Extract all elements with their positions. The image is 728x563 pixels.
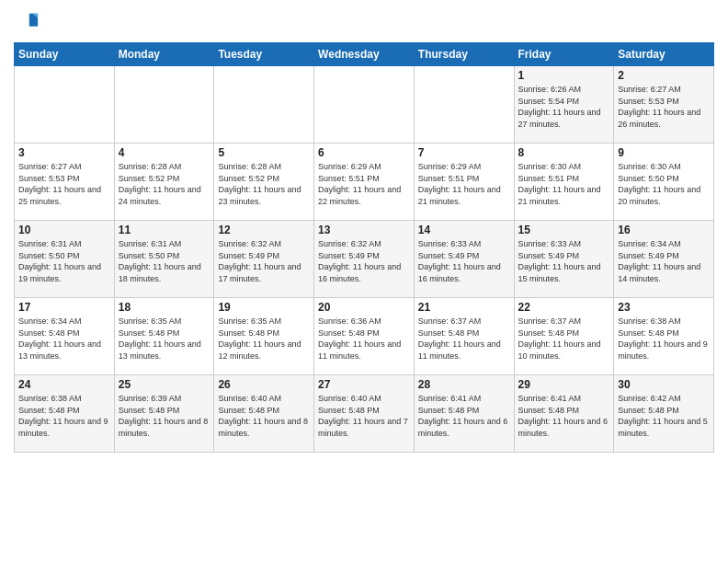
day-number: 17 xyxy=(18,301,110,314)
day-cell: 19Sunrise: 6:35 AM Sunset: 5:48 PM Dayli… xyxy=(214,298,314,375)
day-cell: 8Sunrise: 6:30 AM Sunset: 5:51 PM Daylig… xyxy=(514,144,614,221)
day-cell: 10Sunrise: 6:31 AM Sunset: 5:50 PM Dayli… xyxy=(15,221,115,298)
day-number: 24 xyxy=(18,378,110,391)
day-info: Sunrise: 6:31 AM Sunset: 5:50 PM Dayligh… xyxy=(18,238,110,284)
day-info: Sunrise: 6:38 AM Sunset: 5:48 PM Dayligh… xyxy=(618,316,710,362)
day-number: 2 xyxy=(618,69,710,82)
day-cell: 5Sunrise: 6:28 AM Sunset: 5:52 PM Daylig… xyxy=(214,144,314,221)
day-cell: 23Sunrise: 6:38 AM Sunset: 5:48 PM Dayli… xyxy=(614,298,714,375)
day-number: 8 xyxy=(518,146,610,159)
day-cell: 4Sunrise: 6:28 AM Sunset: 5:52 PM Daylig… xyxy=(114,144,214,221)
day-info: Sunrise: 6:28 AM Sunset: 5:52 PM Dayligh… xyxy=(119,161,210,207)
day-cell: 12Sunrise: 6:32 AM Sunset: 5:49 PM Dayli… xyxy=(214,221,314,298)
header-monday: Monday xyxy=(114,43,214,66)
day-number: 15 xyxy=(518,224,610,236)
day-cell xyxy=(214,66,314,144)
day-number: 28 xyxy=(418,378,510,391)
header-row: SundayMondayTuesdayWednesdayThursdayFrid… xyxy=(15,43,714,66)
day-cell: 20Sunrise: 6:36 AM Sunset: 5:48 PM Dayli… xyxy=(314,298,415,375)
day-cell: 7Sunrise: 6:29 AM Sunset: 5:51 PM Daylig… xyxy=(414,144,514,221)
week-row-4: 24Sunrise: 6:38 AM Sunset: 5:48 PM Dayli… xyxy=(15,375,714,453)
day-info: Sunrise: 6:29 AM Sunset: 5:51 PM Dayligh… xyxy=(318,161,410,207)
header-thursday: Thursday xyxy=(414,43,514,66)
day-info: Sunrise: 6:40 AM Sunset: 5:48 PM Dayligh… xyxy=(318,393,410,439)
day-cell xyxy=(114,66,214,144)
day-number: 26 xyxy=(218,378,310,391)
day-info: Sunrise: 6:37 AM Sunset: 5:48 PM Dayligh… xyxy=(418,316,510,362)
day-cell: 1Sunrise: 6:26 AM Sunset: 5:54 PM Daylig… xyxy=(514,66,614,144)
week-row-1: 3Sunrise: 6:27 AM Sunset: 5:53 PM Daylig… xyxy=(15,144,714,221)
day-number: 6 xyxy=(318,146,410,159)
day-cell: 21Sunrise: 6:37 AM Sunset: 5:48 PM Dayli… xyxy=(414,298,514,375)
day-number: 20 xyxy=(318,301,410,314)
day-cell: 29Sunrise: 6:41 AM Sunset: 5:48 PM Dayli… xyxy=(514,375,614,453)
day-info: Sunrise: 6:37 AM Sunset: 5:48 PM Dayligh… xyxy=(518,316,610,362)
week-row-0: 1Sunrise: 6:26 AM Sunset: 5:54 PM Daylig… xyxy=(15,66,714,144)
day-info: Sunrise: 6:42 AM Sunset: 5:48 PM Dayligh… xyxy=(618,393,710,439)
day-cell: 22Sunrise: 6:37 AM Sunset: 5:48 PM Dayli… xyxy=(514,298,614,375)
day-info: Sunrise: 6:33 AM Sunset: 5:49 PM Dayligh… xyxy=(418,238,510,284)
day-info: Sunrise: 6:35 AM Sunset: 5:48 PM Dayligh… xyxy=(119,316,210,362)
week-row-2: 10Sunrise: 6:31 AM Sunset: 5:50 PM Dayli… xyxy=(15,221,714,298)
page-container: SundayMondayTuesdayWednesdayThursdayFrid… xyxy=(0,0,728,462)
day-cell: 9Sunrise: 6:30 AM Sunset: 5:50 PM Daylig… xyxy=(614,144,714,221)
day-info: Sunrise: 6:27 AM Sunset: 5:53 PM Dayligh… xyxy=(618,84,710,130)
day-info: Sunrise: 6:30 AM Sunset: 5:50 PM Dayligh… xyxy=(618,161,710,207)
day-info: Sunrise: 6:29 AM Sunset: 5:51 PM Dayligh… xyxy=(418,161,510,207)
day-cell: 18Sunrise: 6:35 AM Sunset: 5:48 PM Dayli… xyxy=(114,298,214,375)
day-number: 7 xyxy=(418,146,510,159)
day-number: 16 xyxy=(618,224,710,236)
day-number: 23 xyxy=(618,301,710,314)
day-info: Sunrise: 6:38 AM Sunset: 5:48 PM Dayligh… xyxy=(18,393,110,439)
day-info: Sunrise: 6:34 AM Sunset: 5:49 PM Dayligh… xyxy=(618,238,710,284)
header-tuesday: Tuesday xyxy=(214,43,314,66)
day-cell xyxy=(314,66,415,144)
day-cell: 13Sunrise: 6:32 AM Sunset: 5:49 PM Dayli… xyxy=(314,221,415,298)
day-info: Sunrise: 6:33 AM Sunset: 5:49 PM Dayligh… xyxy=(518,238,610,284)
day-cell: 24Sunrise: 6:38 AM Sunset: 5:48 PM Dayli… xyxy=(15,375,115,453)
day-info: Sunrise: 6:28 AM Sunset: 5:52 PM Dayligh… xyxy=(218,161,310,207)
day-number: 12 xyxy=(218,224,310,236)
header-sunday: Sunday xyxy=(15,43,115,66)
day-number: 19 xyxy=(218,301,310,314)
day-info: Sunrise: 6:31 AM Sunset: 5:50 PM Dayligh… xyxy=(119,238,210,284)
day-number: 30 xyxy=(618,378,710,391)
day-info: Sunrise: 6:41 AM Sunset: 5:48 PM Dayligh… xyxy=(518,393,610,439)
day-cell: 3Sunrise: 6:27 AM Sunset: 5:53 PM Daylig… xyxy=(15,144,115,221)
day-info: Sunrise: 6:32 AM Sunset: 5:49 PM Dayligh… xyxy=(318,238,410,284)
day-info: Sunrise: 6:40 AM Sunset: 5:48 PM Dayligh… xyxy=(218,393,310,439)
day-cell xyxy=(414,66,514,144)
calendar-table: SundayMondayTuesdayWednesdayThursdayFrid… xyxy=(14,42,714,453)
day-info: Sunrise: 6:36 AM Sunset: 5:48 PM Dayligh… xyxy=(318,316,410,362)
day-cell: 26Sunrise: 6:40 AM Sunset: 5:48 PM Dayli… xyxy=(214,375,314,453)
day-cell: 25Sunrise: 6:39 AM Sunset: 5:48 PM Dayli… xyxy=(114,375,214,453)
day-number: 5 xyxy=(218,146,310,159)
day-number: 27 xyxy=(318,378,410,391)
day-cell: 17Sunrise: 6:34 AM Sunset: 5:48 PM Dayli… xyxy=(15,298,115,375)
day-info: Sunrise: 6:30 AM Sunset: 5:51 PM Dayligh… xyxy=(518,161,610,207)
day-info: Sunrise: 6:26 AM Sunset: 5:54 PM Dayligh… xyxy=(518,84,610,130)
logo-icon xyxy=(14,9,40,35)
day-cell: 16Sunrise: 6:34 AM Sunset: 5:49 PM Dayli… xyxy=(614,221,714,298)
logo xyxy=(14,9,41,35)
day-number: 29 xyxy=(518,378,610,391)
header-wednesday: Wednesday xyxy=(314,43,415,66)
page-header xyxy=(14,9,714,35)
day-number: 10 xyxy=(18,224,110,236)
week-row-3: 17Sunrise: 6:34 AM Sunset: 5:48 PM Dayli… xyxy=(15,298,714,375)
day-cell: 11Sunrise: 6:31 AM Sunset: 5:50 PM Dayli… xyxy=(114,221,214,298)
day-number: 14 xyxy=(418,224,510,236)
day-number: 25 xyxy=(119,378,210,391)
day-cell: 30Sunrise: 6:42 AM Sunset: 5:48 PM Dayli… xyxy=(614,375,714,453)
day-number: 9 xyxy=(618,146,710,159)
header-friday: Friday xyxy=(514,43,614,66)
day-cell: 14Sunrise: 6:33 AM Sunset: 5:49 PM Dayli… xyxy=(414,221,514,298)
day-cell: 27Sunrise: 6:40 AM Sunset: 5:48 PM Dayli… xyxy=(314,375,415,453)
day-info: Sunrise: 6:41 AM Sunset: 5:48 PM Dayligh… xyxy=(418,393,510,439)
header-saturday: Saturday xyxy=(614,43,714,66)
day-cell: 15Sunrise: 6:33 AM Sunset: 5:49 PM Dayli… xyxy=(514,221,614,298)
day-info: Sunrise: 6:34 AM Sunset: 5:48 PM Dayligh… xyxy=(18,316,110,362)
day-number: 4 xyxy=(119,146,210,159)
day-cell: 2Sunrise: 6:27 AM Sunset: 5:53 PM Daylig… xyxy=(614,66,714,144)
day-info: Sunrise: 6:39 AM Sunset: 5:48 PM Dayligh… xyxy=(119,393,210,439)
